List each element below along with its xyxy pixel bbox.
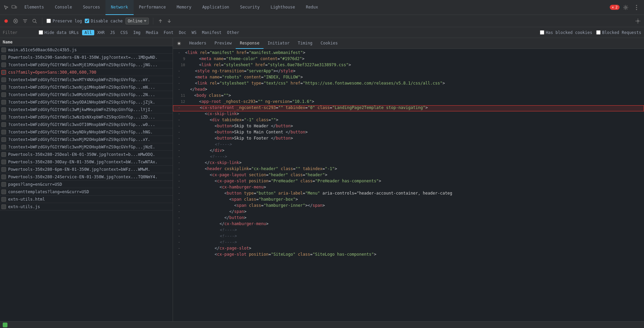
request-item[interactable]: ?context=bWFzdGVyfGItYWdlc3wNzQxNXxpbWFn…	[0, 113, 173, 121]
request-item[interactable]: ?context=bWFzdGVyfGItYWdlc3wxMjE1MXxpbWF…	[0, 61, 173, 69]
line-number: -	[176, 221, 182, 226]
request-name: extn-utils.html	[8, 197, 171, 202]
tab-console[interactable]: Console	[50, 0, 78, 15]
filter-toggle-button[interactable]	[22, 18, 28, 24]
network-toolbar: Preserve log Disable cache Online	[0, 15, 644, 27]
request-item[interactable]: ?context=bWFzdGVyfGItYWdlc3wxNjg1MHxpbWF…	[0, 84, 173, 91]
line-number: -	[176, 117, 182, 122]
disable-cache-checkbox-label[interactable]: Disable cache	[85, 19, 123, 23]
code-line: - </cx-skip-link>	[173, 160, 644, 166]
filter-type-font[interactable]: Font	[161, 30, 176, 35]
filter-type-ws[interactable]: WS	[189, 30, 199, 35]
request-item[interactable]: Powertools-350x280-6pm-EN-01-350W.jpg?co…	[0, 166, 173, 173]
tab-lighthouse[interactable]: Lighthouse	[265, 0, 300, 15]
filter-type-js[interactable]: JS	[108, 30, 117, 35]
more-icon[interactable]	[633, 4, 640, 11]
code-view[interactable]: -<link rel="manifest" href="manifest.web…	[173, 49, 644, 328]
request-item[interactable]: ?context=bWFzdGVyfGItYWdlc3wxMTY4NXxpbWF…	[0, 76, 173, 84]
blocked-requests-label[interactable]: Blocked Requests	[596, 30, 641, 35]
request-item[interactable]: Powertools-350x290-Sanders-EN-01-350W.jp…	[0, 54, 173, 61]
tab-application[interactable]: Application	[197, 0, 234, 15]
filter-type-css[interactable]: CSS	[118, 30, 130, 35]
record-button[interactable]	[3, 18, 9, 24]
request-type-icon	[1, 167, 6, 172]
download-icon[interactable]	[166, 18, 172, 24]
tab-redux[interactable]: Redux	[300, 0, 324, 15]
request-item[interactable]: extn-utils.html	[0, 196, 173, 203]
filter-type-manifest[interactable]: Manifest	[200, 30, 224, 35]
tab-cookies[interactable]: Cookies	[316, 38, 342, 49]
svg-point-17	[637, 20, 639, 22]
tab-memory[interactable]: Memory	[171, 0, 197, 15]
search-button[interactable]	[31, 18, 38, 24]
filter-type-xhr[interactable]: XHR	[95, 30, 107, 35]
request-item[interactable]: ?context=bWFzdGVyfGItYWdlc3w0MzU5OXxpbWF…	[0, 91, 173, 98]
line-number: -	[176, 252, 182, 257]
line-number: -	[176, 148, 182, 153]
hide-data-urls-label[interactable]: Hide data URLs	[39, 30, 79, 35]
request-type-icon	[1, 55, 6, 60]
request-item[interactable]: Powertools-350x280-24Service-EN-01-350W.…	[0, 173, 173, 181]
filter-type-doc[interactable]: Doc	[176, 30, 189, 35]
tab-security[interactable]: Security	[235, 0, 265, 15]
request-item[interactable]: ?context=bWFzdGVyfGItYWdlc3wxMjM2OHxpbWF…	[0, 136, 173, 143]
clear-button[interactable]	[12, 18, 19, 24]
blocked-requests-checkbox[interactable]	[596, 30, 601, 35]
request-item[interactable]: main.a51ce5d0aac68u2c43b5.js	[0, 46, 173, 54]
request-item[interactable]: css?family=Open+Sans:300,400,600,700	[0, 69, 173, 76]
tab-sources[interactable]: Sources	[77, 0, 105, 15]
request-item[interactable]: consenttemplates?lang=en&curr=USD	[0, 188, 173, 196]
tab-network[interactable]: Network	[105, 0, 134, 15]
settings-icon[interactable]	[622, 4, 629, 11]
has-blocked-cookies-label[interactable]: Has blocked cookies	[540, 30, 592, 35]
request-item[interactable]: ?context=bWFzdGVyfGItYWdlc3wxMjM2OHxpbWF…	[0, 143, 173, 151]
error-x-icon: ✕	[612, 5, 614, 10]
line-number: -	[176, 185, 182, 189]
request-item[interactable]: Powertools-350x280-30Day-EN-01-350W.jpg?…	[0, 158, 173, 166]
request-type-icon	[1, 137, 6, 142]
line-content: <style ng-transition="serverApp"></style…	[185, 69, 641, 73]
network-settings-icon[interactable]	[635, 18, 641, 24]
has-blocked-cookies-checkbox[interactable]	[540, 30, 544, 35]
error-badge[interactable]: ✕ 2	[610, 5, 620, 10]
preserve-log-checkbox-label[interactable]: Preserve log	[46, 19, 82, 23]
request-name: main.a51ce5d0aac68u2c43b5.js	[8, 48, 171, 52]
request-item[interactable]: ?context=bWFzdGVyfGItYWdlc3wyODA1NHxpbWF…	[0, 98, 173, 106]
svg-point-4	[636, 7, 637, 8]
tab-preview[interactable]: Preview	[211, 38, 236, 49]
cursor-icon[interactable]	[3, 4, 9, 11]
hide-data-urls-checkbox[interactable]	[39, 30, 43, 35]
line-number: -	[176, 87, 182, 92]
tab-headers[interactable]: Headers	[185, 38, 211, 49]
request-item[interactable]: pages?lang=en&curr=USD	[0, 181, 173, 188]
line-number: -	[176, 81, 182, 86]
responsive-icon[interactable]	[11, 4, 18, 11]
request-type-icon	[1, 48, 6, 52]
line-content: <span class="hamburger-box">	[185, 197, 641, 202]
throttle-dropdown[interactable]: Online	[125, 18, 149, 24]
filter-type-media[interactable]: Media	[143, 30, 160, 35]
request-item[interactable]: ?context=bWFzdGVyfGItYWdlc3wMjkwMHxpbWFn…	[0, 106, 173, 113]
filter-input[interactable]	[3, 30, 37, 35]
filter-type-other[interactable]: Other	[225, 30, 241, 35]
preserve-log-checkbox[interactable]	[46, 19, 51, 23]
filter-type-img[interactable]: Img	[131, 30, 143, 35]
upload-icon[interactable]	[157, 18, 163, 24]
filter-type-all[interactable]: All	[82, 30, 94, 35]
line-content: </div>	[185, 148, 641, 153]
tab-response[interactable]: Response	[236, 38, 264, 49]
tab-timing[interactable]: Timing	[294, 38, 316, 49]
request-item[interactable]: ?context=bWFzdGVyfGItYWdlc3wxOTI0MnxpbWF…	[0, 121, 173, 128]
request-item[interactable]: extn-utils.js	[0, 203, 173, 211]
bottom-bar	[0, 321, 644, 328]
tab-initiator[interactable]: Initiator	[264, 38, 294, 49]
close-response-button[interactable]	[176, 40, 182, 47]
tab-performance[interactable]: Performance	[134, 0, 171, 15]
line-content: <cx-page-slot position="PreHeader" class…	[185, 179, 641, 183]
request-item[interactable]: Powertools-350x280-25Deal-EN-01-350W.jpg…	[0, 151, 173, 158]
request-item[interactable]: ?context=bWFzdGVyfGItYWdlc3wyNDkyNHxpbWF…	[0, 128, 173, 136]
request-name: Powertools-350x280-24Service-EN-01-350W.…	[8, 175, 171, 179]
line-number: 12	[176, 99, 185, 104]
tab-elements[interactable]: Elements	[19, 0, 50, 15]
disable-cache-checkbox[interactable]	[85, 19, 89, 23]
